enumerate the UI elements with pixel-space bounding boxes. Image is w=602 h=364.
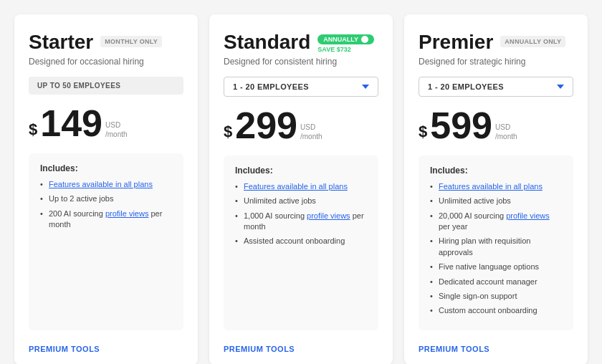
plan-name-standard: Standard (224, 32, 310, 54)
feature-item: Hiring plan with requisition approvals (430, 236, 562, 258)
currency-symbol-standard: $ (224, 119, 232, 144)
employee-dropdown-label: 1 - 20 EMPLOYEES (233, 82, 309, 91)
feature-item: Five native language options (430, 262, 562, 272)
price-detail-premier: USD /month (495, 123, 517, 141)
feature-link[interactable]: Features available in all plans (244, 182, 348, 191)
includes-title-standard: Includes: (235, 166, 367, 176)
annual-toggle-badge[interactable]: ANNUALLY (317, 34, 374, 44)
annual-badge-container: ANNUALLY SAVE $732 (317, 34, 374, 53)
employee-dropdown-standard[interactable]: 1 - 20 EMPLOYEES (224, 77, 378, 97)
feature-list-premier: Features available in all plans Unlimite… (430, 181, 562, 317)
plan-subtitle-premier: Designed for strategic hiring (419, 57, 573, 67)
feature-item: Features available in all plans (430, 181, 562, 192)
feature-item: Up to 2 active jobs (40, 193, 172, 204)
feature-link[interactable]: profile views (307, 211, 350, 220)
plan-badge-starter: MONTHLY ONLY (100, 36, 162, 47)
price-amount-premier: 599 (430, 107, 492, 144)
plan-card-premier: Premier ANNUALLY ONLY Designed for strat… (404, 14, 588, 364)
price-detail-starter: USD /month (105, 120, 128, 139)
price-section-premier: $ 599 USD /month (419, 107, 573, 144)
plan-subtitle-starter: Designed for occasional hiring (29, 57, 183, 67)
feature-list-standard: Features available in all plans Unlimite… (235, 181, 367, 247)
plan-card-starter: Starter MONTHLY ONLY Designed for occasi… (14, 14, 198, 364)
plan-header-starter: Starter MONTHLY ONLY (29, 32, 183, 54)
premium-tools-link-standard[interactable]: PREMIUM TOOLS (224, 339, 378, 353)
includes-title-premier: Includes: (430, 166, 562, 176)
feature-item: 20,000 AI sourcing profile views per yea… (430, 211, 562, 233)
employee-dropdown-premier[interactable]: 1 - 20 EMPLOYEES (419, 77, 573, 97)
pricing-container: Starter MONTHLY ONLY Designed for occasi… (14, 14, 588, 364)
price-section-starter: $ 149 USD /month (29, 105, 183, 142)
feature-list-starter: Features available in all plans Up to 2 … (40, 179, 172, 231)
save-text: SAVE $732 (317, 46, 350, 53)
chevron-down-icon (557, 85, 564, 89)
feature-item: Custom account onboarding (430, 305, 562, 316)
feature-link[interactable]: profile views (105, 209, 149, 218)
price-amount-standard: 299 (235, 107, 297, 144)
feature-link[interactable]: profile views (506, 211, 550, 220)
price-detail-standard: USD /month (300, 123, 322, 141)
plan-card-standard: Standard ANNUALLY SAVE $732 Designed for… (209, 14, 393, 364)
feature-item: 200 AI sourcing profile views per month (40, 209, 172, 231)
feature-item: Features available in all plans (235, 181, 367, 192)
feature-item: Dedicated account manager (430, 277, 562, 287)
price-section-standard: $ 299 USD /month (224, 107, 378, 144)
plan-subtitle-standard: Designed for consistent hiring (224, 57, 378, 67)
employee-dropdown-label: 1 - 20 EMPLOYEES (428, 82, 504, 91)
feature-item: Assisted account onboarding (235, 236, 367, 246)
feature-item: Features available in all plans (40, 179, 172, 190)
annually-label: ANNUALLY (323, 36, 358, 43)
price-amount-starter: 149 (40, 105, 102, 142)
feature-link[interactable]: Features available in all plans (49, 180, 153, 188)
feature-item: Unlimited active jobs (235, 196, 367, 206)
includes-title-starter: Includes: (40, 163, 172, 173)
plan-header-standard: Standard ANNUALLY SAVE $732 (224, 32, 378, 54)
includes-box-starter: Includes: Features available in all plan… (29, 153, 183, 330)
plan-badge-premier: ANNUALLY ONLY (500, 36, 565, 47)
feature-item: Single sign-on support (430, 291, 562, 302)
toggle-dot (361, 36, 368, 43)
feature-link[interactable]: Features available in all plans (439, 182, 543, 191)
includes-box-standard: Includes: Features available in all plan… (224, 155, 378, 330)
employee-badge-starter: UP TO 50 EMPLOYEES (29, 77, 183, 95)
currency-symbol-starter: $ (29, 117, 37, 142)
feature-item: 1,000 AI sourcing profile views per mont… (235, 211, 367, 233)
plan-name-premier: Premier (419, 32, 493, 54)
includes-box-premier: Includes: Features available in all plan… (419, 155, 573, 330)
plan-name-starter: Starter (29, 32, 93, 54)
premium-tools-link-starter[interactable]: PREMIUM TOOLS (29, 339, 183, 353)
chevron-down-icon (362, 85, 369, 89)
feature-item: Unlimited active jobs (430, 196, 562, 206)
currency-symbol-premier: $ (419, 119, 427, 144)
plan-header-premier: Premier ANNUALLY ONLY (419, 32, 573, 54)
premium-tools-link-premier[interactable]: PREMIUM TOOLS (419, 339, 573, 353)
